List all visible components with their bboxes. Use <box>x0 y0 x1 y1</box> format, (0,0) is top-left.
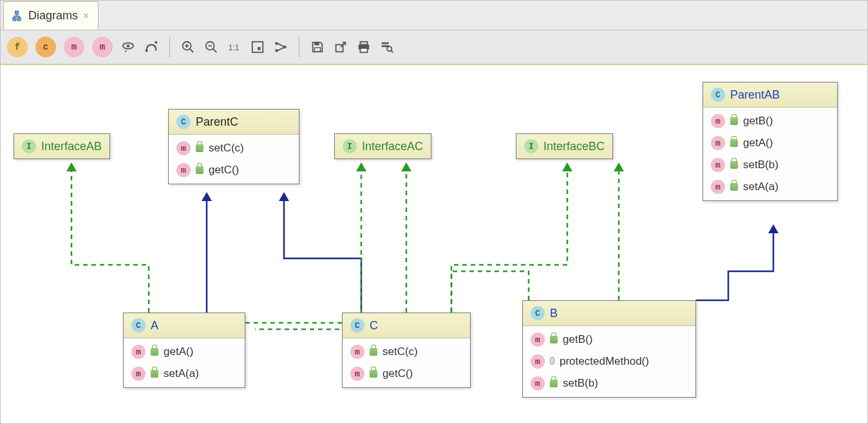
class-icon: C <box>131 318 146 332</box>
member-row: msetA(a) <box>124 363 245 385</box>
method-icon: m <box>176 141 191 155</box>
close-icon[interactable]: × <box>83 10 89 22</box>
export-icon[interactable] <box>333 39 348 55</box>
svg-rect-21 <box>314 48 320 52</box>
member-row: mgetB() <box>523 329 695 351</box>
svg-marker-33 <box>279 192 289 201</box>
find-icon[interactable] <box>379 39 395 55</box>
svg-point-28 <box>387 46 392 51</box>
svg-rect-0 <box>13 17 16 21</box>
method-icon: m <box>131 367 146 381</box>
svg-rect-2 <box>15 11 19 14</box>
member-label: getC() <box>209 164 239 177</box>
svg-marker-39 <box>614 162 624 171</box>
public-icon <box>550 380 558 387</box>
svg-point-6 <box>155 41 157 44</box>
interface-icon: I <box>524 139 538 153</box>
member-row: mgetC() <box>343 363 470 385</box>
public-icon <box>196 144 203 152</box>
svg-marker-35 <box>66 162 77 171</box>
node-title: A <box>151 319 158 332</box>
member-label: setB(b) <box>563 377 598 390</box>
node-title: ParentAB <box>730 88 780 102</box>
zoom-in-icon[interactable] <box>180 39 196 55</box>
svg-line-29 <box>391 51 393 53</box>
node-c[interactable]: C C msetC(c) mgetC() <box>342 313 471 388</box>
class-icon: C <box>176 115 191 129</box>
member-label: protectedMethod() <box>560 355 649 368</box>
interface-icon: I <box>343 139 357 153</box>
node-interfaceac[interactable]: I InterfaceAC <box>334 133 431 159</box>
node-title: InterfaceBC <box>543 140 605 153</box>
constructors-toggle[interactable]: c <box>35 37 56 57</box>
zoom-out-icon[interactable] <box>203 39 219 55</box>
method-icon: m <box>131 345 146 359</box>
svg-rect-26 <box>382 43 389 44</box>
method-icon: m <box>711 158 725 172</box>
diagram-canvas[interactable]: I InterfaceAB C ParentC m setC(c) m getC… <box>1 65 868 424</box>
member-label: setC(c) <box>382 345 418 358</box>
svg-point-4 <box>127 44 130 48</box>
methods-toggle[interactable]: m <box>64 37 84 57</box>
svg-marker-37 <box>401 162 411 171</box>
member-row: m getC() <box>169 159 299 181</box>
public-icon <box>730 139 738 147</box>
member-label: getA() <box>164 345 193 358</box>
member-row: m setC(c) <box>169 137 299 159</box>
node-parentc[interactable]: C ParentC m setC(c) m getC() <box>168 109 299 184</box>
method-icon: m <box>531 332 545 347</box>
member-label: setA(a) <box>743 180 778 193</box>
node-title: C <box>370 319 378 332</box>
svg-marker-32 <box>202 192 212 201</box>
diagram-tab-icon <box>10 10 23 23</box>
node-b[interactable]: C B mgetB() mprotectedMethod() msetB(b) <box>522 300 696 398</box>
node-title: InterfaceAB <box>41 140 102 153</box>
fields-toggle[interactable]: f <box>7 37 28 57</box>
print-icon[interactable] <box>356 39 372 55</box>
node-interfacebc[interactable]: I InterfaceBC <box>516 133 613 159</box>
member-row: msetA(a) <box>703 176 837 198</box>
tab-label: Diagrams <box>28 9 78 23</box>
tab-diagrams[interactable]: Diagrams × <box>3 1 99 30</box>
member-label: setC(c) <box>209 142 244 155</box>
visibility-icon[interactable] <box>120 39 136 55</box>
member-row: msetB(b) <box>523 372 695 394</box>
method-icon: m <box>531 376 545 390</box>
member-row: mgetA() <box>703 132 837 154</box>
svg-rect-23 <box>361 42 368 45</box>
method-icon: m <box>711 180 725 194</box>
method-icon: m <box>350 367 364 381</box>
method-icon: m <box>711 136 725 150</box>
route-icon[interactable] <box>144 39 159 55</box>
svg-point-17 <box>275 42 278 45</box>
public-icon <box>550 336 558 343</box>
actual-size-icon[interactable]: 1:1 <box>227 39 242 55</box>
member-row: mgetB() <box>703 110 837 132</box>
public-icon <box>151 348 158 356</box>
node-interfaceab[interactable]: I InterfaceAB <box>14 133 110 159</box>
member-row: mprotectedMethod() <box>523 351 695 372</box>
layout-icon[interactable] <box>273 39 288 55</box>
member-label: setB(b) <box>743 159 778 171</box>
toolbar-separator <box>169 37 170 57</box>
member-row: mgetA() <box>124 341 245 363</box>
method-icon: m <box>531 354 545 369</box>
method-icon: m <box>176 163 191 177</box>
member-label: getA() <box>743 137 773 149</box>
node-title: ParentC <box>196 115 238 129</box>
node-parentab[interactable]: C ParentAB mgetB() mgetA() msetB(b) mset… <box>703 82 838 201</box>
fit-content-icon[interactable] <box>250 39 265 55</box>
class-icon: C <box>711 88 725 102</box>
svg-rect-25 <box>361 48 368 52</box>
member-label: getB() <box>563 333 592 346</box>
svg-marker-36 <box>356 162 366 171</box>
class-icon: C <box>531 306 545 320</box>
properties-toggle[interactable]: m <box>92 37 113 57</box>
member-label: getC() <box>382 367 413 380</box>
node-a[interactable]: C A mgetA() msetA(a) <box>123 313 245 388</box>
svg-marker-34 <box>768 224 778 233</box>
toolbar: f c m m 1:1 <box>1 30 867 65</box>
member-row: msetC(c) <box>343 341 470 363</box>
svg-rect-20 <box>314 43 319 46</box>
save-icon[interactable] <box>310 39 325 55</box>
